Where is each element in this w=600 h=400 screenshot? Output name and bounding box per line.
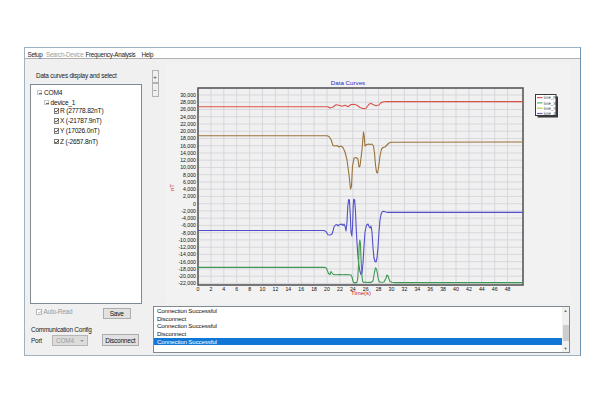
svg-text:-14,000: -14,000 [178,251,196,257]
svg-text:26,000: 26,000 [180,106,196,112]
svg-text:48: 48 [505,286,511,292]
svg-text:8: 8 [248,286,251,292]
svg-text:36: 36 [427,286,433,292]
svg-text:28: 28 [376,286,382,292]
svg-text:2,000: 2,000 [183,193,196,199]
svg-text:line_X: line_X [544,101,557,106]
svg-text:24,000: 24,000 [180,114,196,120]
svg-text:14: 14 [285,286,291,292]
svg-text:20: 20 [324,286,330,292]
svg-text:-2,000: -2,000 [181,208,196,214]
svg-text:-18,000: -18,000 [178,266,196,272]
svg-text:28,000: 28,000 [180,99,196,105]
svg-text:38: 38 [440,286,446,292]
svg-text:40: 40 [453,286,459,292]
svg-text:16,000: 16,000 [180,143,196,149]
svg-text:4,000: 4,000 [183,186,196,192]
svg-text:42: 42 [466,286,472,292]
svg-text:22,000: 22,000 [180,121,196,127]
svg-text:44: 44 [479,286,485,292]
svg-text:6: 6 [235,286,238,292]
svg-text:0: 0 [197,286,200,292]
svg-text:0: 0 [193,201,196,207]
svg-text:-22,000: -22,000 [178,280,196,286]
svg-text:14,000: 14,000 [180,150,196,156]
svg-text:8,000: 8,000 [183,172,196,178]
svg-text:2: 2 [209,286,212,292]
svg-text:line_Y: line_Y [544,106,557,111]
svg-text:6,000: 6,000 [183,179,196,185]
svg-text:18,000: 18,000 [180,135,196,141]
svg-text:Time(s): Time(s) [351,290,371,296]
svg-text:20,000: 20,000 [180,128,196,134]
svg-text:-16,000: -16,000 [178,259,196,265]
svg-text:46: 46 [492,286,498,292]
svg-text:-12,000: -12,000 [178,244,196,250]
svg-text:-8,000: -8,000 [181,230,196,236]
svg-text:30,000: 30,000 [180,92,196,98]
svg-text:-4,000: -4,000 [181,215,196,221]
svg-text:-20,000: -20,000 [178,273,196,279]
svg-text:10,000: 10,000 [180,164,196,170]
svg-text:10: 10 [260,286,266,292]
svg-text:12: 12 [273,286,279,292]
svg-text:34: 34 [414,286,420,292]
svg-text:4: 4 [222,286,225,292]
svg-text:22: 22 [337,286,343,292]
svg-text:18: 18 [311,286,317,292]
svg-text:32: 32 [402,286,408,292]
svg-text:-10,000: -10,000 [178,237,196,243]
svg-text:12,000: 12,000 [180,157,196,163]
svg-text:line_R: line_R [544,95,558,100]
svg-text:30: 30 [389,286,395,292]
svg-text:line_Z: line_Z [544,111,557,116]
svg-text:nT: nT [169,184,175,191]
svg-text:16: 16 [298,286,304,292]
svg-text:-6,000: -6,000 [181,222,196,228]
svg-text:Data Curves: Data Curves [331,79,365,86]
